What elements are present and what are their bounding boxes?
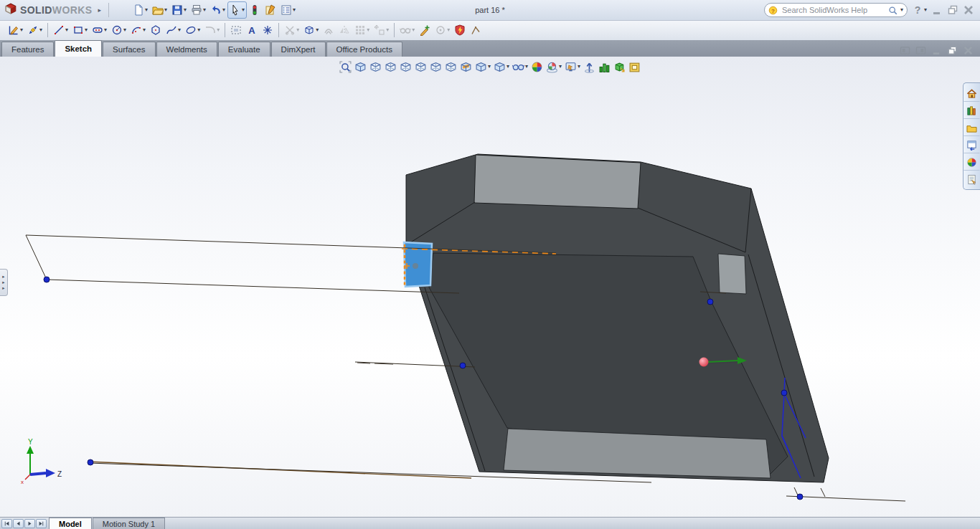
dropdown-caret[interactable]: ▾ xyxy=(197,27,200,33)
edit-appearance[interactable] xyxy=(529,59,545,75)
dropdown-caret[interactable]: ▾ xyxy=(296,27,299,33)
tab-motion-study-1[interactable]: Motion Study 1 xyxy=(93,518,165,529)
dropdown-caret[interactable]: ▾ xyxy=(104,27,107,33)
minimize-window[interactable] xyxy=(929,3,945,17)
rapid-sketch[interactable] xyxy=(452,22,468,39)
go-next[interactable] xyxy=(24,519,35,528)
offset-entities[interactable] xyxy=(321,22,336,39)
sketch-chamfer[interactable] xyxy=(468,22,484,39)
file-properties[interactable] xyxy=(263,1,278,19)
tab-dimxpert[interactable]: DimXpert xyxy=(271,42,326,57)
mirror-entities[interactable] xyxy=(336,22,352,39)
smart-dimension[interactable]: ▾ xyxy=(25,22,44,39)
model-right-patch-face[interactable] xyxy=(718,254,746,294)
origin-point[interactable] xyxy=(699,358,709,367)
file-explorer[interactable] xyxy=(963,119,980,136)
dropdown-caret[interactable]: ▾ xyxy=(145,7,148,13)
section-view[interactable] xyxy=(458,59,473,75)
toggle-left-pane[interactable] xyxy=(899,44,911,57)
close-window[interactable] xyxy=(961,3,976,17)
tab-model[interactable]: Model xyxy=(49,518,92,529)
search-dropdown-caret[interactable]: ▾ xyxy=(900,7,903,13)
dropdown-caret[interactable]: ▾ xyxy=(203,7,206,13)
save[interactable]: ▾ xyxy=(169,1,189,19)
appearances-scenes[interactable] xyxy=(963,153,980,171)
view-right[interactable] xyxy=(398,59,413,75)
help[interactable]: ?▾ xyxy=(910,3,929,17)
convert-entities[interactable]: ▾ xyxy=(301,22,321,39)
sketch-fillet[interactable]: ▾ xyxy=(202,22,222,39)
model-solid[interactable] xyxy=(406,154,829,482)
view-bottom[interactable] xyxy=(428,59,443,75)
tab-office-products[interactable]: Office Products xyxy=(326,42,402,57)
display-delete-relations[interactable]: ▾ xyxy=(397,22,417,39)
straight-slot[interactable]: ▾ xyxy=(90,22,109,39)
export-model[interactable] xyxy=(612,59,627,75)
hide-show-items[interactable]: ▾ xyxy=(511,59,529,75)
go-first[interactable] xyxy=(1,519,12,528)
view-back[interactable] xyxy=(368,59,383,75)
centerpoint-arc[interactable]: ▾ xyxy=(128,22,148,39)
graphics-viewport[interactable]: Y Z x ▾▾▾▾▾ ▸ ▸ ▸ xyxy=(0,57,980,518)
dropdown-caret[interactable]: ▾ xyxy=(447,27,450,33)
text[interactable]: A xyxy=(244,22,260,39)
options[interactable]: ▾ xyxy=(278,1,298,19)
dropdown-caret[interactable]: ▾ xyxy=(178,27,181,33)
view-front[interactable] xyxy=(353,59,368,75)
help-search-box[interactable]: ? ▾ xyxy=(764,3,908,17)
normal-to[interactable] xyxy=(582,59,597,75)
dropdown-caret[interactable]: ▾ xyxy=(222,7,225,13)
component-properties[interactable] xyxy=(627,59,642,75)
doc-close[interactable] xyxy=(962,44,974,57)
select[interactable]: ▾ xyxy=(227,1,247,19)
toggle-right-pane[interactable] xyxy=(915,44,927,57)
view-top[interactable] xyxy=(413,59,428,75)
sketch-picture[interactable] xyxy=(228,22,244,39)
sketch[interactable]: ▾ xyxy=(6,22,25,39)
tab-surfaces[interactable]: Surfaces xyxy=(103,42,155,57)
tab-evaluate[interactable]: Evaluate xyxy=(218,42,270,57)
linear-sketch-pattern[interactable]: ▾ xyxy=(352,22,372,39)
dropdown-caret[interactable]: ▾ xyxy=(39,27,42,33)
repair-sketch[interactable] xyxy=(417,22,433,39)
go-last[interactable] xyxy=(36,519,47,528)
dropdown-caret[interactable]: ▾ xyxy=(488,64,491,70)
dropdown-caret[interactable]: ▾ xyxy=(123,27,126,33)
apply-scene[interactable]: ▾ xyxy=(545,59,563,75)
dropdown-caret[interactable]: ▾ xyxy=(578,64,580,70)
corner-rectangle[interactable]: ▾ xyxy=(70,22,90,39)
view-left[interactable] xyxy=(383,59,398,75)
circle[interactable]: ▾ xyxy=(109,22,128,39)
dropdown-caret[interactable]: ▾ xyxy=(367,27,369,33)
view-isometric[interactable] xyxy=(443,59,458,75)
search-icon[interactable] xyxy=(888,6,897,15)
print[interactable]: ▾ xyxy=(189,1,208,19)
dropdown-caret[interactable]: ▾ xyxy=(293,7,296,13)
featuremanager-flyout-handle[interactable]: ▸ ▸ ▸ xyxy=(0,269,8,296)
design-library[interactable] xyxy=(963,102,980,119)
dropdown-caret[interactable]: ▾ xyxy=(164,7,167,13)
view-orientation[interactable]: ▾ xyxy=(473,59,492,75)
ellipse[interactable]: ▾ xyxy=(183,22,202,39)
doc-restore[interactable] xyxy=(946,44,958,57)
search-input[interactable] xyxy=(781,5,885,15)
design-statistics[interactable] xyxy=(597,59,612,75)
spline[interactable]: ▾ xyxy=(164,22,183,39)
view-settings[interactable]: ▾ xyxy=(563,59,582,75)
tab-features[interactable]: Features xyxy=(1,42,54,57)
trim-entities[interactable]: ▾ xyxy=(282,22,301,39)
dropdown-caret[interactable]: ▾ xyxy=(507,64,509,70)
zoom-to-fit[interactable] xyxy=(338,59,353,75)
selection-filters[interactable] xyxy=(247,1,263,19)
model-top-face[interactable] xyxy=(474,155,641,209)
menu-flyout-arrow[interactable]: ▸ xyxy=(95,6,104,14)
tab-sketch[interactable]: Sketch xyxy=(55,40,102,57)
go-previous[interactable] xyxy=(13,519,24,528)
view-palette[interactable] xyxy=(963,136,980,153)
undo[interactable]: ▾ xyxy=(208,1,227,19)
dropdown-caret[interactable]: ▾ xyxy=(85,27,88,33)
dropdown-caret[interactable]: ▾ xyxy=(20,27,23,33)
line[interactable]: ▾ xyxy=(51,22,70,39)
dropdown-caret[interactable]: ▾ xyxy=(525,64,528,70)
solidworks-resources[interactable] xyxy=(963,85,980,102)
